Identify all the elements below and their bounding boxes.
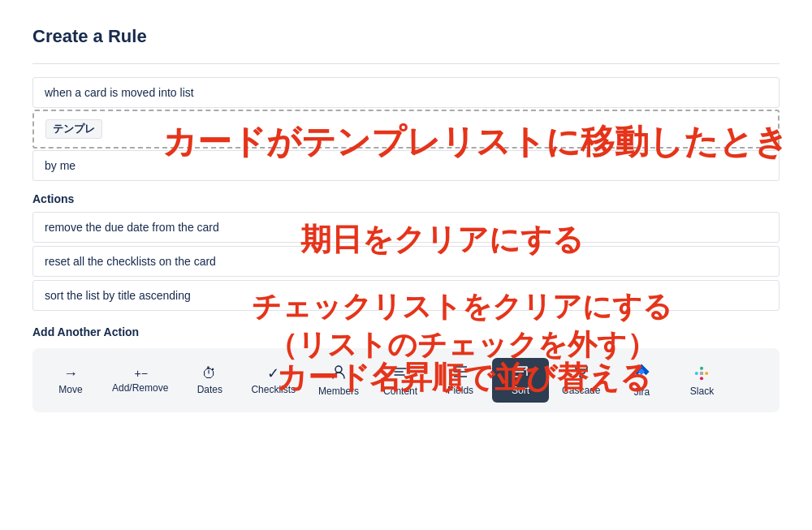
svg-rect-12 [706,371,709,374]
checklists-icon: ✓ [267,366,279,381]
sort-label: Sort [512,385,529,396]
action-btn-move[interactable]: → Move [42,360,99,402]
action-btn-checklists[interactable]: ✓ Checklists [241,360,305,402]
svg-rect-7 [576,366,587,369]
dates-label: Dates [197,384,222,395]
slack-label: Slack [690,386,714,397]
page-title: Create a Rule [32,26,780,47]
move-label: Move [58,384,82,395]
members-label: Members [318,386,359,397]
action-btn-jira[interactable]: Jira [613,356,670,404]
trigger-section: when a card is moved into list テンプレ by m… [32,77,780,181]
fields-label: Fields [447,385,473,396]
action-btn-members[interactable]: Members [309,357,369,403]
add-remove-icon: + − [135,368,146,379]
svg-rect-10 [695,371,698,374]
dates-icon: ⏱ [202,366,217,381]
title-divider [32,63,780,64]
action-item-2[interactable]: reset all the checklists on the card [32,246,780,277]
svg-rect-13 [700,377,703,380]
add-remove-label: Add/Remove [112,382,168,394]
jira-icon [633,363,650,383]
action-btn-slack[interactable]: Slack [673,358,730,403]
svg-rect-11 [700,366,703,369]
bottom-action-bar: → Move + − Add/Remove ⏱ Dates ✓ Checklis… [32,348,780,412]
content-label: Content [383,386,417,397]
action-btn-cascade[interactable]: Cascade [552,358,610,403]
svg-rect-14 [700,371,703,374]
actions-section-label: Actions [32,192,780,205]
fields-icon [452,364,469,381]
slack-icon [693,364,710,382]
action-btn-add-remove[interactable]: + − Add/Remove [102,361,178,400]
content-icon [392,364,408,382]
action-btn-dates[interactable]: ⏱ Dates [181,360,238,402]
action-item-3[interactable]: sort the list by title ascending [32,280,780,311]
trigger-line1[interactable]: when a card is moved into list [32,77,780,108]
svg-rect-8 [578,371,585,373]
action-btn-content[interactable]: Content [372,357,429,403]
page-container: Create a Rule when a card is moved into … [0,0,812,530]
trigger-badge: テンプレ [45,119,102,139]
svg-rect-9 [580,375,583,377]
action-btn-sort[interactable]: Sort [492,358,549,403]
members-icon [330,364,347,382]
trigger-highlight[interactable]: テンプレ [32,110,780,149]
add-action-label: Add Another Action [32,325,780,338]
actions-list: remove the due date from the card reset … [32,212,780,312]
action-btn-fields[interactable]: Fields [432,358,489,403]
jira-label: Jira [634,386,650,398]
sort-icon [512,364,529,381]
svg-point-0 [335,366,342,373]
action-item-1[interactable]: remove the due date from the card [32,212,780,243]
cascade-icon [573,364,590,381]
cascade-label: Cascade [562,385,600,396]
trigger-line3[interactable]: by me [32,150,780,181]
move-icon: → [63,366,78,381]
checklists-label: Checklists [251,384,296,395]
